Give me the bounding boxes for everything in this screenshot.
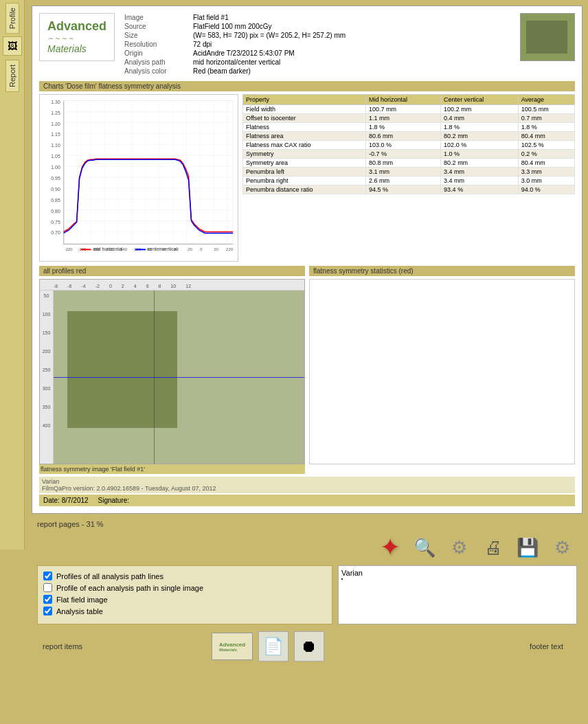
flatness-title: flatness symmetry statistics (red) bbox=[309, 266, 575, 276]
checkboxes-panel: Profiles of all analysis path lines Prof… bbox=[37, 565, 332, 624]
stats-cell-r8-c3: 3.0 mm bbox=[518, 177, 574, 185]
stats-cell-r9-c1: 94.5 % bbox=[365, 185, 440, 194]
stats-cell-r5-c1: -0.7 % bbox=[365, 150, 440, 159]
checkbox-row-analysis-table: Analysis table bbox=[43, 607, 326, 615]
logo-box: Advanced ～～～～ Materials bbox=[39, 13, 115, 61]
checkbox-row-profiles-all: Profiles of all analysis path lines bbox=[43, 572, 326, 580]
ruler-tick-left: 150 bbox=[43, 330, 51, 335]
analysis-color-label: Analysis color bbox=[122, 67, 190, 76]
size-value: (W= 583, H= 720) pix = (W= 205.2, H= 257… bbox=[190, 31, 513, 40]
thumbnail-inner bbox=[526, 21, 567, 54]
stats-cell-r6-c2: 80.2 mm bbox=[441, 159, 519, 168]
checkbox-profiles-all[interactable] bbox=[43, 572, 52, 580]
stats-cell-r6-c1: 80.8 mm bbox=[365, 159, 440, 168]
varian-label: Varian bbox=[42, 478, 572, 485]
logo-advanced: Advanced bbox=[47, 20, 106, 34]
chart-area: 1.30 1.25 1.20 1.15 1.10 1.05 1.00 0.95 … bbox=[39, 94, 238, 262]
stats-cell-r1-c0: Offset to isocenter bbox=[243, 114, 366, 123]
filmqa-version: FilmQaPro version: 2.0.4902.16589 - Tues… bbox=[42, 485, 572, 492]
analysis-path-label: Analysis path bbox=[122, 58, 190, 67]
checkbox-row-flat-field: Flat field image bbox=[43, 595, 326, 604]
image-caption: flatness symmetry image 'Flat field #1' bbox=[39, 464, 305, 474]
stats-cell-r3-c3: 80.4 mm bbox=[518, 132, 574, 141]
svg-text:1.30: 1.30 bbox=[51, 100, 60, 104]
ruler-tick: 6 bbox=[146, 284, 149, 289]
image-display: -8 -6 -4 -2 0 2 4 6 8 10 12 50 100 bbox=[39, 279, 305, 464]
resolution-value: 72 dpi bbox=[190, 40, 513, 49]
save-icon: 💾 bbox=[517, 537, 539, 558]
ruler-tick-left: 350 bbox=[43, 405, 51, 409]
save-button[interactable]: 💾 bbox=[512, 532, 543, 563]
print-icon: 🖨 bbox=[484, 537, 502, 558]
ruler-tick-left: 250 bbox=[43, 367, 51, 372]
charts-title: Charts 'Dose film' flatness symmetry ana… bbox=[39, 81, 575, 91]
config-icon: ⚙ bbox=[554, 537, 570, 558]
stats-cell-r3-c2: 80.2 mm bbox=[441, 132, 519, 141]
svg-text:0.85: 0.85 bbox=[51, 198, 60, 203]
star-button[interactable]: ✦ bbox=[375, 532, 405, 563]
bottom-toolbar: ✦ 🔍 ⚙ 🖨 💾 ⚙ bbox=[32, 530, 583, 565]
analysis-color-value: Red (beam darker) bbox=[190, 67, 513, 76]
stats-cell-r7-c2: 3.4 mm bbox=[441, 168, 519, 177]
config-button[interactable]: ⚙ bbox=[547, 532, 577, 563]
stats-cell-r5-c0: Symmetry bbox=[243, 150, 366, 159]
svg-rect-54 bbox=[81, 249, 91, 250]
stats-header-average: Average bbox=[518, 95, 574, 105]
stats-cell-r1-c2: 0.4 mm bbox=[441, 114, 519, 123]
svg-text:0.70: 0.70 bbox=[51, 230, 60, 235]
bottom-section: Profiles of all analysis path lines Prof… bbox=[32, 565, 583, 630]
gear1-button[interactable]: ⚙ bbox=[444, 532, 474, 563]
resolution-label: Resolution bbox=[122, 40, 190, 49]
svg-text:-220: -220 bbox=[65, 247, 74, 251]
stats-cell-r3-c1: 80.6 mm bbox=[365, 132, 440, 141]
size-label: Size bbox=[122, 31, 190, 40]
report-items-label: report items bbox=[37, 641, 88, 652]
stats-cell-r9-c0: Penumbra distance ratio bbox=[243, 185, 366, 194]
image-value: Flat field #1 bbox=[190, 13, 513, 22]
checkbox-analysis-table[interactable] bbox=[43, 607, 52, 615]
ruler-tick-left: 200 bbox=[43, 349, 51, 354]
search-button[interactable]: 🔍 bbox=[409, 532, 440, 563]
sidebar-report-tab[interactable]: Report bbox=[5, 60, 19, 92]
profiles-title: all profiles red bbox=[39, 266, 305, 276]
checkbox-profiles-single[interactable] bbox=[43, 583, 52, 592]
ruler-tick: 10 bbox=[170, 284, 176, 289]
stats-cell-r6-c3: 80.4 mm bbox=[518, 159, 574, 168]
stats-cell-r4-c0: Flatness max CAX ratio bbox=[243, 141, 366, 150]
svg-text:center vertical: center vertical bbox=[148, 247, 178, 251]
checkbox-flat-field[interactable] bbox=[43, 595, 52, 604]
origin-label: Origin bbox=[122, 49, 190, 58]
stats-cell-r2-c0: Flatness bbox=[243, 123, 366, 132]
ruler-tick-left: 50 bbox=[44, 293, 49, 298]
checkbox-analysis-table-label: Analysis table bbox=[56, 607, 103, 615]
logo-materials: Materials bbox=[47, 43, 106, 54]
report-tab-label: Report bbox=[8, 65, 16, 87]
record-button[interactable]: ⏺ bbox=[294, 631, 324, 661]
report-page: Advanced ～～～～ Materials Image Flat field… bbox=[32, 5, 583, 514]
stats-cell-r3-c0: Flatness area bbox=[243, 132, 366, 141]
footer-text-content: Varian bbox=[341, 569, 574, 577]
pages-button[interactable]: 📄 bbox=[258, 631, 289, 661]
ruler-tick: -8 bbox=[54, 284, 58, 289]
signature-label: Signature: bbox=[98, 497, 130, 504]
source-label: Source bbox=[122, 22, 190, 31]
sidebar-icon-image[interactable]: 🖼 bbox=[3, 36, 22, 56]
sidebar-profile-tab[interactable]: Profile bbox=[5, 3, 19, 34]
ruler-tick: 2 bbox=[122, 284, 124, 289]
stats-cell-r4-c1: 103.0 % bbox=[365, 141, 440, 150]
stats-cell-r7-c3: 3.3 mm bbox=[518, 168, 574, 177]
origin-value: AcidAndre T/23/2012 5:43:07 PM bbox=[190, 49, 513, 58]
checkbox-profiles-single-label: Profile of each analysis path in single … bbox=[56, 584, 203, 592]
stats-cell-r5-c2: 1.0 % bbox=[441, 150, 519, 159]
bottom-logo-advanced: Advanced bbox=[219, 642, 245, 648]
stats-table-area: Property Mid horizontal Center vertical … bbox=[242, 94, 575, 262]
svg-rect-1 bbox=[64, 101, 233, 245]
stats-cell-r9-c3: 94.0 % bbox=[518, 185, 574, 194]
svg-text:220: 220 bbox=[226, 247, 234, 251]
stats-cell-r0-c3: 100.5 mm bbox=[518, 105, 574, 114]
source-value: FlatField 100 mm 200cGy bbox=[190, 22, 513, 31]
print-button[interactable]: 🖨 bbox=[478, 532, 508, 563]
ruler-tick-left: 300 bbox=[43, 386, 51, 391]
footer-text-panel[interactable]: Varian bbox=[338, 565, 577, 624]
svg-text:1.00: 1.00 bbox=[51, 165, 60, 170]
